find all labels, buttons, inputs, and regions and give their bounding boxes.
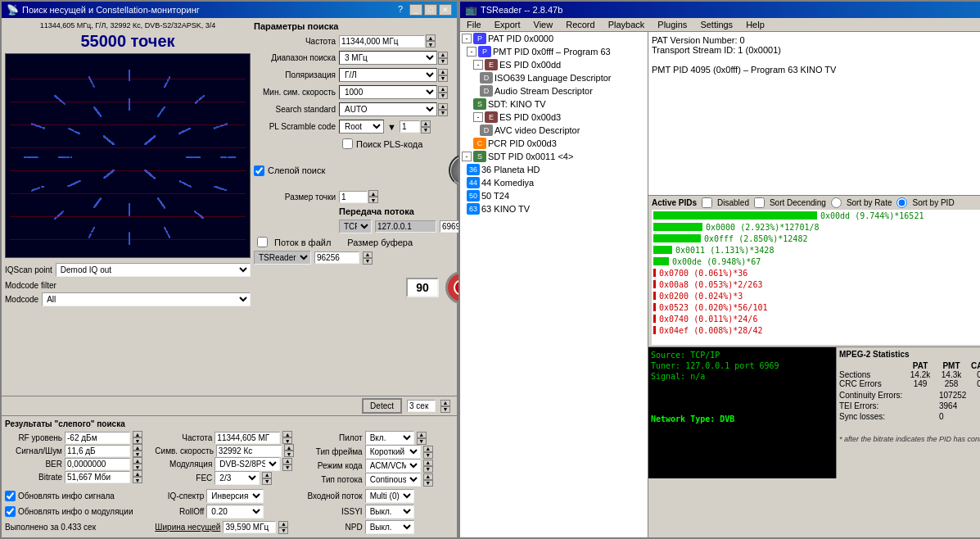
fec-select[interactable]: 2/3 <box>215 471 260 485</box>
menu-settings[interactable]: Settings <box>693 18 739 31</box>
bitrate-input[interactable] <box>65 471 130 483</box>
pid-item[interactable]: 0x0000 (2.923%)*12701/8 <box>652 221 980 233</box>
range-spin-down[interactable]: ▼ <box>438 58 448 65</box>
menu-playback[interactable]: Playback <box>602 18 652 31</box>
menu-record[interactable]: Record <box>559 18 601 31</box>
carrier-spin-down[interactable]: ▼ <box>278 528 288 534</box>
snr-spin-down[interactable]: ▼ <box>133 451 142 457</box>
mod-select[interactable]: DVB-S2/8PSK <box>215 457 280 471</box>
npd-select[interactable]: Выкл. <box>365 520 414 534</box>
sort-rate-radio[interactable] <box>831 197 842 208</box>
input-select[interactable]: Multi (0) <box>365 489 414 503</box>
pid-item[interactable]: 0x0523 (0.020%)*56/101 <box>652 301 980 313</box>
iq-select[interactable]: Demod IQ out <box>56 263 251 277</box>
polar-spin-down[interactable]: ▼ <box>438 75 448 82</box>
code-select[interactable]: ACM/VCM <box>365 459 421 473</box>
pls-checkbox[interactable] <box>342 138 353 149</box>
time-spin-down[interactable]: ▼ <box>440 406 450 413</box>
tree-planeta[interactable]: 36 36 Planeta HD <box>460 163 648 176</box>
bitrate-spin-up[interactable]: ▲ <box>133 470 142 477</box>
es-d3-expand[interactable]: - <box>473 112 483 122</box>
sort-pid-radio[interactable] <box>896 197 907 208</box>
rf-spin-down[interactable]: ▼ <box>133 437 142 444</box>
sym-input[interactable] <box>216 445 282 457</box>
snr-spin-up[interactable]: ▲ <box>133 444 142 451</box>
rf-spin-up[interactable]: ▲ <box>133 431 142 437</box>
ber-spin-down[interactable]: ▼ <box>133 464 142 470</box>
code-spin-up[interactable]: ▲ <box>423 460 433 466</box>
point-size-spin-up[interactable]: ▲ <box>368 190 378 197</box>
stream-select[interactable]: Continous <box>365 473 421 487</box>
fec-spin-down[interactable]: ▼ <box>262 478 272 485</box>
freq-spin-up[interactable]: ▲ <box>426 34 436 41</box>
iq-result-select[interactable]: Инверсия <box>206 489 264 503</box>
pilot-spin-up[interactable]: ▲ <box>417 432 427 438</box>
pid-item[interactable]: 0x0fff (2.850%)*12482 <box>652 233 980 244</box>
range-select[interactable]: 3 МГц <box>339 51 437 65</box>
blind-search-checkbox[interactable] <box>254 165 264 176</box>
rf-input[interactable] <box>65 432 130 444</box>
rolloff-select[interactable]: 0.20 <box>206 505 264 519</box>
carrier-spin-up[interactable]: ▲ <box>278 521 288 528</box>
help-btn[interactable]: ? <box>393 4 408 16</box>
tree-es-d3[interactable]: - E ES PID 0x00d3 <box>460 111 648 124</box>
sdt-expand[interactable]: - <box>462 152 472 161</box>
minimize-btn[interactable]: _ <box>409 4 422 16</box>
frame-spin-up[interactable]: ▲ <box>423 446 433 452</box>
polar-spin-up[interactable]: ▲ <box>438 69 448 75</box>
sym-spin-up[interactable]: ▲ <box>284 444 294 451</box>
freq-r-spin-up[interactable]: ▲ <box>282 431 292 437</box>
polar-select[interactable]: Г/Л <box>339 68 437 82</box>
pl-spin-up[interactable]: ▲ <box>421 120 431 127</box>
pid-item[interactable]: 0x0740 (0.011%)*24/6 <box>652 313 980 324</box>
point-size-spin-down[interactable]: ▼ <box>368 197 378 203</box>
pilot-spin-down[interactable]: ▼ <box>417 438 427 445</box>
pid-item[interactable]: 0x00de (0.948%)*67 <box>652 256 980 267</box>
sym-spin-down[interactable]: ▼ <box>284 451 294 457</box>
pid-item[interactable]: 0x00a8 (0.053%)*2/263 <box>652 279 980 290</box>
range-spin-up[interactable]: ▲ <box>438 52 448 58</box>
tree-avc-desc[interactable]: D AVC video Descriptor <box>460 124 648 137</box>
pid-item[interactable]: 0x0200 (0.024%)*3 <box>652 290 980 301</box>
modcode-select[interactable]: All <box>42 292 251 306</box>
close-btn[interactable]: ✕ <box>439 4 452 16</box>
buffer-spin-up[interactable]: ▲ <box>363 251 373 258</box>
carrier-width-input[interactable] <box>223 521 276 533</box>
tree-pmt[interactable]: - P PMT PID 0x0fff – Program 63 <box>460 45 648 58</box>
tree-audio-desc[interactable]: D Audio Stream Descriptor <box>460 84 648 97</box>
point-size-input[interactable] <box>339 191 368 203</box>
min-sym-select[interactable]: 1000 <box>339 85 437 99</box>
es-dd-expand[interactable]: - <box>473 60 483 70</box>
time-spin-up[interactable]: ▲ <box>440 400 450 406</box>
pilot-select[interactable]: Вкл. <box>365 431 414 445</box>
pl-input2[interactable] <box>400 120 420 133</box>
maximize-btn[interactable]: □ <box>424 4 437 16</box>
fec-spin-up[interactable]: ▲ <box>262 472 272 478</box>
pmt-expand[interactable]: - <box>467 47 476 57</box>
time-input[interactable] <box>407 400 436 412</box>
menu-help[interactable]: Help <box>739 18 771 31</box>
tree-sdt[interactable]: - S SDT PID 0x0011 <4> <box>460 150 648 163</box>
tree-kino[interactable]: 63 63 KINO TV <box>460 202 648 215</box>
pat-expand[interactable]: - <box>462 34 472 43</box>
tree-pcr[interactable]: C PCR PID 0x00d3 <box>460 137 648 150</box>
ber-input[interactable] <box>65 458 130 470</box>
standard-spin-down[interactable]: ▼ <box>438 110 448 116</box>
freq-spin-down[interactable]: ▼ <box>426 41 436 48</box>
menu-plugins[interactable]: Plugins <box>651 18 693 31</box>
code-spin-down[interactable]: ▼ <box>423 466 433 473</box>
reader-select[interactable]: TSReader <box>254 251 311 265</box>
pid-item[interactable]: 0x0700 (0.061%)*36 <box>652 267 980 279</box>
pid-item[interactable]: 0x04ef (0.008%)*28/42 <box>652 324 980 336</box>
menu-file[interactable]: File <box>460 18 488 31</box>
menu-export[interactable]: Export <box>488 18 527 31</box>
stream-spin-down[interactable]: ▼ <box>423 480 433 487</box>
tree-pat[interactable]: - P PAT PID 0x0000 <box>460 32 648 45</box>
frame-select[interactable]: Короткий <box>365 445 421 459</box>
detect-button[interactable]: Detect <box>362 398 402 414</box>
min-sym-spin-down[interactable]: ▼ <box>438 93 448 99</box>
pid-item[interactable]: 0x00dd (9.744%)*16521 <box>652 210 980 221</box>
standard-select[interactable]: AUTO <box>339 102 437 116</box>
tree-komediya[interactable]: 44 44 Komediya <box>460 176 648 189</box>
freq-r-spin-down[interactable]: ▼ <box>282 437 292 444</box>
